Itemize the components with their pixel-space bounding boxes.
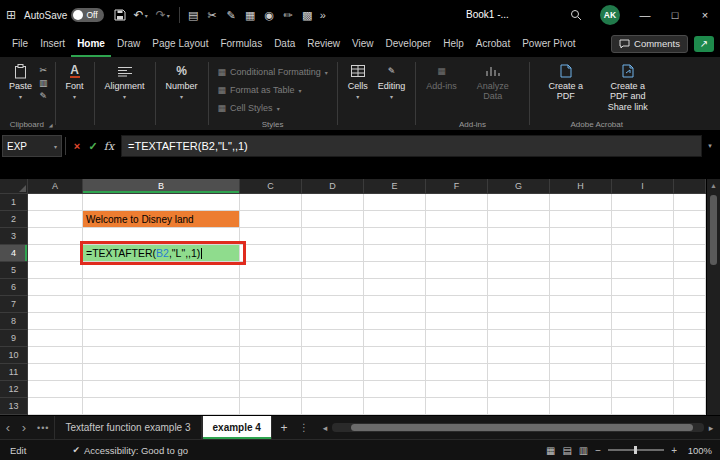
cell-D2[interactable]	[302, 211, 364, 228]
cell-I3[interactable]	[612, 228, 674, 245]
cell-D8[interactable]	[302, 313, 364, 330]
conditional-formatting-button[interactable]: ▦Conditional Formatting▾	[218, 63, 328, 81]
sheet-list-ellipsis[interactable]: •••	[32, 416, 54, 439]
alignment-menu-button[interactable]: Alignment ▾	[100, 61, 150, 102]
cell-I12[interactable]	[612, 381, 674, 398]
cell-E3[interactable]	[364, 228, 426, 245]
cell-G1[interactable]	[488, 194, 550, 211]
cell-F3[interactable]	[426, 228, 488, 245]
cell-B6[interactable]	[83, 279, 240, 296]
column-header-C[interactable]: C	[240, 179, 302, 194]
cell-partial8[interactable]	[674, 313, 706, 330]
row-header-11[interactable]: 11	[0, 364, 28, 381]
cell-C2[interactable]	[240, 211, 302, 228]
sheet-tab-textafter-function-example-3[interactable]: Textafter function example 3	[54, 416, 201, 439]
cell-B1[interactable]	[83, 194, 240, 211]
number-menu-button[interactable]: % Number ▾	[161, 61, 203, 102]
cell-partial6[interactable]	[674, 279, 706, 296]
row-header-3[interactable]: 3	[0, 228, 28, 245]
column-header-A[interactable]: A	[28, 179, 83, 194]
cell-B12[interactable]	[83, 381, 240, 398]
addins-button[interactable]: ▦ Add-ins	[421, 61, 462, 93]
cell-partial2[interactable]	[674, 211, 706, 228]
column-header-D[interactable]: D	[302, 179, 364, 194]
cell-D9[interactable]	[302, 330, 364, 347]
cell-G7[interactable]	[488, 296, 550, 313]
cell-G12[interactable]	[488, 381, 550, 398]
cell-D11[interactable]	[302, 364, 364, 381]
undo-button[interactable]: ↶▾	[130, 8, 152, 22]
cell-D13[interactable]	[302, 398, 364, 415]
scroll-up-icon[interactable]: ▲	[707, 179, 720, 189]
cell-F13[interactable]	[426, 398, 488, 415]
cell-H11[interactable]	[550, 364, 612, 381]
cell-A12[interactable]	[28, 381, 83, 398]
cell-E2[interactable]	[364, 211, 426, 228]
cell-H12[interactable]	[550, 381, 612, 398]
cell-A3[interactable]	[28, 228, 83, 245]
sheet-nav-left-icon[interactable]: ‹	[0, 416, 16, 439]
cell-partial12[interactable]	[674, 381, 706, 398]
editing-menu-button[interactable]: ✎ Editing ▾	[373, 61, 411, 102]
menu-tab-insert[interactable]: Insert	[34, 30, 71, 57]
cell-C6[interactable]	[240, 279, 302, 296]
cell-A4[interactable]	[28, 245, 83, 262]
cell-B9[interactable]	[83, 330, 240, 347]
cell-C5[interactable]	[240, 262, 302, 279]
cell-D10[interactable]	[302, 347, 364, 364]
cell-F1[interactable]	[426, 194, 488, 211]
cell-G4[interactable]	[488, 245, 550, 262]
create-pdf-button[interactable]: Create a PDF	[535, 61, 597, 104]
cell-G5[interactable]	[488, 262, 550, 279]
cell-B13[interactable]	[83, 398, 240, 415]
cell-I5[interactable]	[612, 262, 674, 279]
cell-G11[interactable]	[488, 364, 550, 381]
cell-A11[interactable]	[28, 364, 83, 381]
menu-tab-file[interactable]: File	[6, 30, 34, 57]
cell-partial1[interactable]	[674, 194, 706, 211]
row-header-1[interactable]: 1	[0, 194, 28, 211]
cell-I4[interactable]	[612, 245, 674, 262]
cell-I9[interactable]	[612, 330, 674, 347]
cell-partial10[interactable]	[674, 347, 706, 364]
cell-H9[interactable]	[550, 330, 612, 347]
cell-I10[interactable]	[612, 347, 674, 364]
cell-F6[interactable]	[426, 279, 488, 296]
accessibility-checker[interactable]: ✔ Accessibility: Good to go	[72, 445, 188, 456]
cell-D3[interactable]	[302, 228, 364, 245]
camera-icon[interactable]: ◉	[261, 9, 278, 22]
cell-E5[interactable]	[364, 262, 426, 279]
cut-icon[interactable]: ✂	[204, 9, 221, 22]
cell-E8[interactable]	[364, 313, 426, 330]
autosave-switch[interactable]: Off	[71, 8, 103, 22]
cell-C8[interactable]	[240, 313, 302, 330]
column-header-H[interactable]: H	[550, 179, 612, 194]
cell-G13[interactable]	[488, 398, 550, 415]
menu-tab-view[interactable]: View	[346, 30, 380, 57]
menu-tab-developer[interactable]: Developer	[380, 30, 438, 57]
cell-H8[interactable]	[550, 313, 612, 330]
avatar[interactable]: AK	[600, 5, 620, 25]
enter-button[interactable]: ✓	[85, 140, 101, 153]
menu-tab-acrobat[interactable]: Acrobat	[470, 30, 516, 57]
cell-C11[interactable]	[240, 364, 302, 381]
cell-F5[interactable]	[426, 262, 488, 279]
row-header-6[interactable]: 6	[0, 279, 28, 296]
scroll-right-icon[interactable]: ▸	[706, 423, 716, 433]
cell-H2[interactable]	[550, 211, 612, 228]
cell-partial5[interactable]	[674, 262, 706, 279]
cell-styles-button[interactable]: ▦Cell Styles▾	[218, 99, 328, 117]
menu-tab-page-layout[interactable]: Page Layout	[146, 30, 214, 57]
column-header-partial[interactable]	[674, 179, 706, 194]
cell-A2[interactable]	[28, 211, 83, 228]
cell-H13[interactable]	[550, 398, 612, 415]
cell-B7[interactable]	[83, 296, 240, 313]
cell-D5[interactable]	[302, 262, 364, 279]
cell-F8[interactable]	[426, 313, 488, 330]
horizontal-scroll-track[interactable]	[332, 423, 704, 432]
cell-C3[interactable]	[240, 228, 302, 245]
cell-I6[interactable]	[612, 279, 674, 296]
row-header-12[interactable]: 12	[0, 381, 28, 398]
page-layout-view-icon[interactable]: ▤	[562, 445, 571, 456]
name-box[interactable]: EXP ▾	[2, 135, 62, 157]
